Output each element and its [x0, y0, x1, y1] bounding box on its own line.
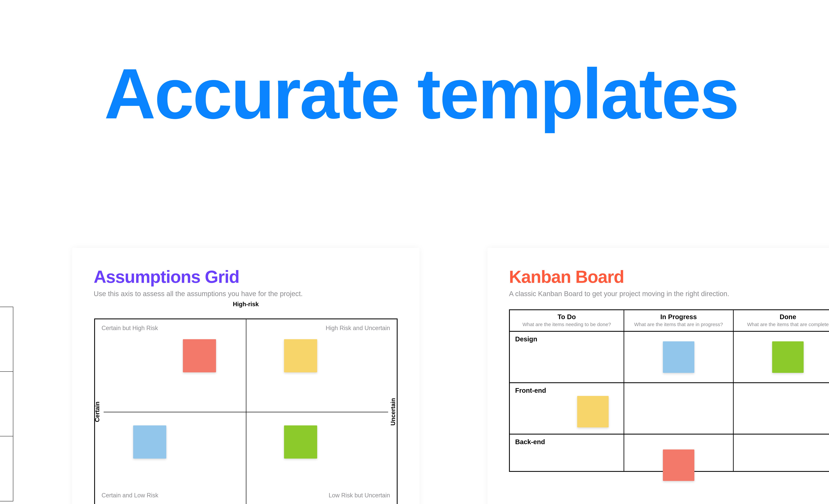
kanban-table: To Do What are the items needing to be d…	[509, 309, 829, 472]
column-title: In Progress	[626, 313, 731, 321]
column-subtitle: What are the items that are complete	[736, 322, 829, 327]
kanban-cell[interactable]	[734, 383, 829, 434]
kanban-column-header-inprogress: In Progress What are the items that are …	[624, 310, 734, 331]
sticky-note[interactable]	[284, 339, 317, 372]
quadrant-label-top-left: Certain but High Risk	[102, 325, 158, 332]
column-title: To Do	[512, 313, 622, 321]
kanban-cell[interactable]	[734, 332, 829, 382]
kanban-row-label: Back-end	[510, 435, 624, 471]
kanban-row-frontend: Front-end	[510, 383, 829, 435]
kanban-column-header-done: Done What are the items that are complet…	[734, 310, 829, 331]
sticky-note[interactable]	[663, 449, 694, 481]
template-card-assumptions-grid[interactable]: Assumptions Grid Use this axis to assess…	[72, 248, 420, 504]
kanban-cell[interactable]	[624, 332, 734, 382]
hero-heading: Accurate templates	[0, 57, 829, 131]
sticky-note[interactable]	[577, 396, 609, 427]
kanban-row-label: Front-end	[510, 383, 624, 434]
sticky-note[interactable]	[772, 341, 804, 373]
kanban-row-design: Design	[510, 332, 829, 383]
kanban-header-row: To Do What are the items needing to be d…	[510, 310, 829, 332]
partial-cell	[0, 372, 13, 436]
kanban-cell[interactable]	[624, 435, 734, 471]
kanban-row-label: Design	[510, 332, 624, 382]
row-label-text: Back-end	[515, 438, 545, 445]
kanban-column-header-todo: To Do What are the items needing to be d…	[510, 310, 624, 331]
assumptions-grid-frame: Certain Uncertain Certain but High Risk …	[94, 319, 398, 504]
column-subtitle: What are the items that are in progress?	[626, 322, 731, 327]
column-title: Done	[736, 313, 829, 321]
kanban-title: Kanban Board	[509, 267, 829, 287]
partial-cell	[0, 436, 13, 501]
row-label-text: Design	[515, 335, 537, 343]
quadrant-label-bottom-left: Certain and Low Risk	[102, 492, 158, 499]
kanban-cell[interactable]	[624, 383, 734, 434]
partial-cell	[0, 307, 13, 372]
kanban-row-backend: Back-end	[510, 435, 829, 471]
sticky-note[interactable]	[133, 425, 166, 459]
axis-label-left: Certain	[94, 401, 101, 422]
axis-horizontal	[104, 412, 388, 412]
row-label-text: Front-end	[515, 387, 546, 394]
sticky-note[interactable]	[183, 339, 216, 372]
quadrant-label-top-right: High Risk and Uncertain	[326, 325, 390, 332]
hero-title: Accurate templates	[0, 57, 829, 131]
kanban-subtitle: A classic Kanban Board to get your proje…	[509, 290, 829, 298]
kanban-cell[interactable]	[734, 435, 829, 471]
partial-template-card-left	[0, 307, 13, 501]
assumptions-title: Assumptions Grid	[94, 267, 398, 287]
assumptions-subtitle: Use this axis to assess all the assumpti…	[94, 290, 398, 298]
template-card-kanban-board[interactable]: Kanban Board A classic Kanban Board to g…	[488, 248, 829, 504]
quadrant-label-bottom-right: Low Risk but Uncertain	[329, 492, 390, 499]
sticky-note[interactable]	[663, 341, 694, 373]
column-subtitle: What are the items needing to be done?	[512, 322, 622, 327]
axis-label-top: High-risk	[233, 301, 259, 308]
axis-label-right: Uncertain	[390, 398, 397, 425]
sticky-note[interactable]	[284, 425, 317, 459]
